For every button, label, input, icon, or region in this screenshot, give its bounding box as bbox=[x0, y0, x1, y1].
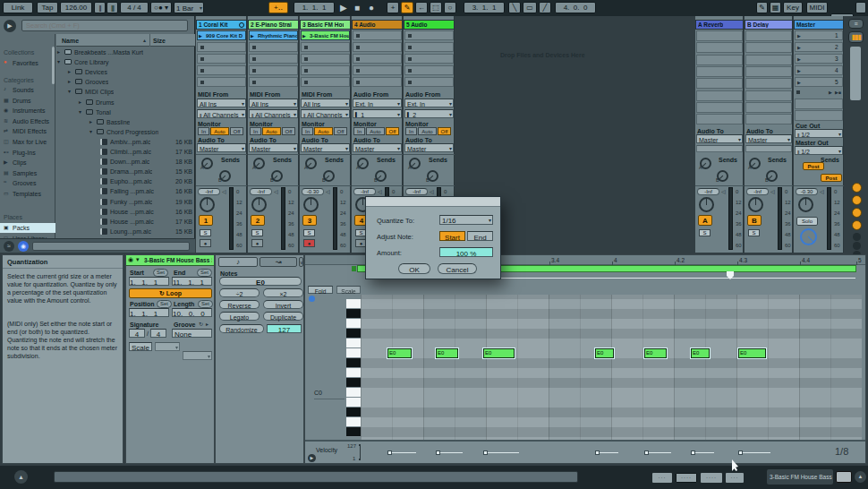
chevron-right-icon[interactable]: ▸ bbox=[68, 68, 71, 74]
clip-stop-icon[interactable] bbox=[304, 69, 308, 73]
name-column-header[interactable]: Name bbox=[62, 38, 79, 45]
tree-row[interactable]: Falling ...pm.alc16 KB bbox=[56, 186, 195, 196]
loop-length-field[interactable]: 4. 0. 0 bbox=[555, 2, 596, 13]
tree-row[interactable]: House ...pm.alc17 KB bbox=[56, 217, 195, 227]
show-mixer-toggle[interactable] bbox=[852, 220, 862, 230]
scene-menu-button[interactable]: ≡ bbox=[848, 19, 864, 29]
sidebar-item-instruments[interactable]: ◉Instruments bbox=[0, 106, 55, 116]
dialog-title-bar[interactable] bbox=[366, 197, 500, 207]
clip-slot-empty[interactable] bbox=[197, 54, 246, 64]
monitor-off-button[interactable]: Off bbox=[334, 127, 347, 135]
master-out-dropdown[interactable]: ‖ 1/2 bbox=[795, 146, 843, 155]
output-route-dropdown[interactable]: Master bbox=[696, 134, 743, 143]
quantize-to-dropdown[interactable]: 1/16 bbox=[439, 215, 493, 225]
tree-row[interactable]: Loung...pm.alc15 KB bbox=[56, 227, 195, 236]
tempo-field[interactable]: 126.00 bbox=[60, 2, 92, 13]
piano-black-key[interactable] bbox=[346, 378, 361, 388]
clip-slot-empty[interactable] bbox=[249, 77, 298, 87]
nudge-down-button[interactable]: || bbox=[94, 2, 106, 13]
chevron-down-icon[interactable]: ▾ bbox=[57, 58, 60, 64]
clip-slot-empty[interactable] bbox=[353, 77, 402, 87]
volume-field[interactable]: -Inf bbox=[405, 188, 428, 195]
piano-white-key[interactable] bbox=[346, 417, 361, 427]
track-header[interactable]: 3 Basic FM House bbox=[300, 20, 351, 30]
track-header[interactable]: 1 Coral Kit bbox=[196, 20, 247, 30]
monitor-off-button[interactable]: Off bbox=[282, 127, 295, 135]
input-route-dropdown[interactable]: All Ins bbox=[301, 99, 350, 107]
ok-button[interactable]: OK bbox=[398, 263, 430, 274]
scene-play-icon[interactable]: ▶ bbox=[797, 33, 801, 39]
randomize-button[interactable]: Randomize bbox=[219, 324, 264, 333]
output-route-dropdown[interactable]: Master bbox=[745, 134, 792, 143]
monitor-in-button[interactable]: In bbox=[250, 127, 261, 135]
chevron-down-icon[interactable]: ▾ bbox=[68, 88, 71, 94]
note-tool-legato[interactable]: Legato bbox=[219, 312, 260, 321]
piano-black-key[interactable] bbox=[346, 309, 361, 319]
tree-row[interactable]: ▾MIDI Clips bbox=[56, 87, 195, 97]
sidebar-item-packs[interactable]: ▣Packs bbox=[0, 223, 55, 233]
piano-white-key[interactable] bbox=[346, 319, 361, 329]
scale-root-dropdown[interactable] bbox=[155, 342, 180, 351]
monitor-off-button[interactable]: Off bbox=[438, 127, 451, 135]
tree-row[interactable]: ▾Core Library bbox=[56, 57, 195, 67]
preview-strip[interactable] bbox=[32, 242, 190, 251]
master-track-header[interactable]: Master bbox=[794, 20, 844, 30]
set-length-button[interactable]: Set bbox=[198, 300, 213, 308]
arrangement-position-field[interactable]: 1. 1. 1 bbox=[294, 2, 335, 13]
set-end-button[interactable]: Set bbox=[197, 269, 212, 277]
chevron-right-icon[interactable]: ▸ bbox=[57, 48, 60, 55]
monitor-auto-button[interactable]: Auto bbox=[366, 127, 385, 135]
punch-out-button[interactable]: ╱ bbox=[539, 2, 551, 13]
input-channel-dropdown[interactable]: ‖ All Channels bbox=[249, 109, 298, 118]
scene-play-icon[interactable]: ▶ bbox=[797, 80, 801, 85]
chevron-down-icon[interactable]: ▾ bbox=[79, 108, 81, 115]
groove-commit-icon[interactable]: ↻ bbox=[199, 321, 203, 327]
monitor-auto-button[interactable]: Auto bbox=[210, 127, 229, 135]
track-header[interactable]: 2 E-Piano Straigh bbox=[248, 20, 299, 30]
piano-white-key[interactable] bbox=[346, 368, 361, 378]
scene-slot[interactable]: ▶3 bbox=[795, 54, 843, 64]
arm-button[interactable]: ● bbox=[200, 239, 211, 247]
midi-note[interactable]: E0 bbox=[436, 348, 458, 358]
tree-row[interactable]: Climbi...pm.alc17 KB bbox=[56, 147, 195, 157]
scene-slot[interactable]: ▶5 bbox=[795, 77, 843, 87]
clip-slot-empty[interactable] bbox=[197, 65, 246, 75]
scene-play-icon[interactable]: ▶ bbox=[797, 45, 801, 50]
stop-all-icon[interactable] bbox=[796, 90, 800, 94]
clip-stop-icon[interactable] bbox=[252, 69, 256, 73]
piano-white-key[interactable] bbox=[346, 388, 361, 398]
clip-slot-empty[interactable] bbox=[404, 42, 454, 52]
signature-numerator-field[interactable]: 4 bbox=[129, 329, 145, 338]
show-returns-toggle[interactable] bbox=[852, 208, 862, 218]
show-crossfade-toggle[interactable] bbox=[853, 242, 861, 250]
scale-name-dropdown[interactable] bbox=[183, 351, 212, 360]
computer-midi-keyboard-button[interactable]: ▦ bbox=[770, 2, 781, 13]
scene-play-icon[interactable]: ▶ bbox=[797, 56, 801, 62]
time-signature-field[interactable]: 4 / 4 bbox=[120, 2, 149, 13]
clip-stop-icon[interactable] bbox=[252, 81, 256, 84]
track-activator-button[interactable]: 2 bbox=[251, 215, 265, 226]
monitor-in-button[interactable]: In bbox=[302, 127, 313, 135]
solo-button[interactable]: S bbox=[303, 229, 315, 236]
loop-start-notch[interactable] bbox=[352, 266, 356, 271]
volume-field[interactable]: -0.30 bbox=[796, 188, 818, 195]
clip-stop-icon[interactable] bbox=[408, 69, 412, 73]
clip-stop-icon[interactable] bbox=[408, 57, 412, 61]
clip-stop-icon[interactable] bbox=[408, 34, 412, 38]
sidebar-item-audio-effects[interactable]: ≋Audio Effects bbox=[0, 116, 55, 126]
output-route-dropdown[interactable]: Master bbox=[249, 143, 298, 152]
output-route-dropdown[interactable]: Master bbox=[353, 143, 402, 152]
sidebar-item-samples[interactable]: ▤Samples bbox=[0, 168, 55, 178]
clip-play-icon[interactable]: ▶ bbox=[251, 33, 254, 39]
capture-midi-button[interactable]: ⬚ bbox=[430, 2, 442, 13]
monitor-in-button[interactable]: In bbox=[405, 127, 417, 135]
clip-play-icon[interactable]: ▶ bbox=[199, 33, 202, 39]
piano-white-key[interactable] bbox=[346, 398, 361, 408]
clip-play-icon[interactable]: ▶ bbox=[302, 33, 306, 39]
note-grid[interactable]: E0E0E0E0E0E0E0 bbox=[361, 295, 862, 440]
pan-knob[interactable] bbox=[748, 197, 763, 212]
sort-ascending-icon[interactable]: ▴ bbox=[143, 37, 146, 43]
clip-stop-icon[interactable] bbox=[252, 57, 256, 61]
tree-row[interactable]: House ...pm.alc16 KB bbox=[56, 207, 195, 217]
tree-row[interactable]: Drama...pm.alc15 KB bbox=[56, 167, 195, 176]
